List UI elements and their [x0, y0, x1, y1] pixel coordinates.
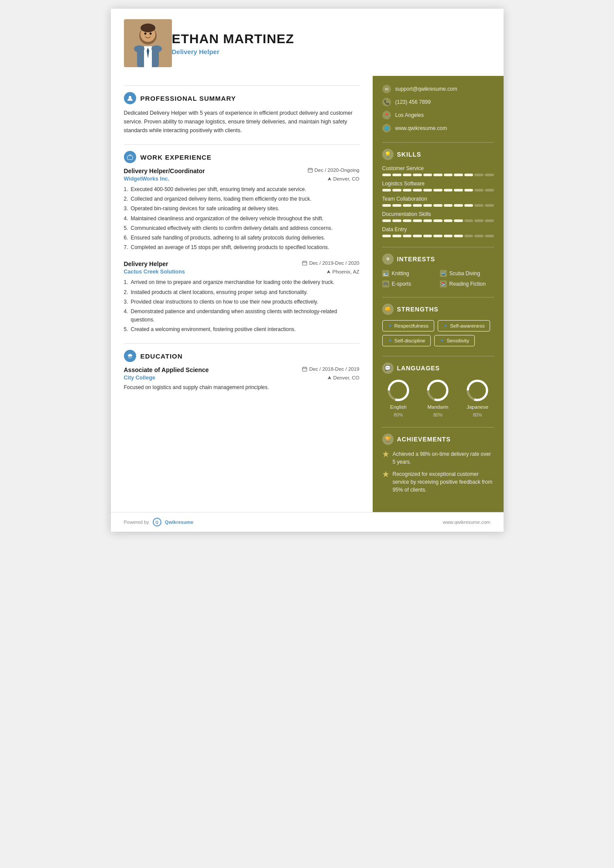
edu-1-meta: City College Denver, CO [124, 375, 360, 381]
skill-item: Data Entry [382, 226, 494, 237]
header-info: ETHAN MARTINEZ Delivery Helper [172, 31, 295, 55]
svg-point-9 [151, 45, 162, 52]
job-1-title: Delivery Helper/Coordinator [124, 167, 205, 174]
svg-marker-39 [383, 471, 389, 477]
skill-item: Logistics Software [382, 181, 494, 191]
skill-name: Customer Service [382, 165, 494, 171]
interest-icon: 🎮 [382, 280, 389, 287]
skill-name: Team Collaboration [382, 196, 494, 202]
languages-icon: 💬 [382, 362, 394, 374]
list-item: 6.Ensured safe handling of products, adh… [124, 234, 360, 242]
skill-item: Team Collaboration [382, 196, 494, 207]
svg-point-37 [471, 384, 484, 396]
skills-section: 💡 SKILLS Customer Service Logistics Soft… [382, 149, 494, 237]
strength-star-icon: ✦ [388, 323, 392, 329]
resume-name: ETHAN MARTINEZ [172, 31, 295, 46]
list-item: 3.Operated bin-raising devices for safe … [124, 205, 360, 213]
list-item: 1.Arrived on time to prepare and organiz… [124, 278, 360, 287]
skills-icon: 💡 [382, 149, 394, 160]
summary-title: PROFESSIONAL SUMMARY [141, 95, 236, 102]
edu-date: Dec / 2018-Dec / 2019 [302, 366, 359, 372]
svg-marker-23 [327, 270, 330, 273]
interests-icon: ✈ [382, 253, 394, 265]
achievement-item: Recognized for exceptional customer serv… [382, 470, 494, 494]
list-item: 1.Executed 400-500 deliveries per shift,… [124, 185, 360, 194]
job-2-title: Delivery Helper [124, 260, 168, 267]
skill-name: Data Entry [382, 226, 494, 232]
summary-text: Dedicated Delivery Helper with 5 years o… [124, 109, 360, 135]
language-name: Mandarin [428, 404, 449, 410]
achievement-item: Achieved a 98% on-time delivery rate ove… [382, 450, 494, 466]
strength-badge: ✦ Sensitivity [434, 335, 475, 346]
job-2-meta: Cactus Creek Solutions Phoenix, AZ [124, 269, 360, 275]
list-item: 2.Collected and organized delivery items… [124, 195, 360, 203]
languages-title: LANGUAGES [397, 365, 440, 372]
strength-badge: ✦ Self-discipline [382, 335, 431, 346]
work-icon [124, 151, 136, 163]
edu-school: City College [124, 375, 155, 381]
list-item: 4.Maintained cleanliness and organizatio… [124, 215, 360, 223]
job-2-header: Delivery Helper Dec / 2019-Dec / 2020 [124, 260, 360, 267]
svg-rect-24 [302, 367, 307, 371]
language-item: Mandarin 80% [426, 379, 449, 417]
job-1-duties: 1.Executed 400-500 deliveries per shift,… [124, 185, 360, 252]
work-header: WORK EXPERIENCE [124, 151, 360, 163]
language-pct: 80% [394, 412, 403, 417]
achievement-star-icon [382, 471, 389, 480]
footer-website: www.qwikresume.com [443, 519, 491, 525]
summary-icon [124, 92, 136, 104]
languages-section: 💬 LANGUAGES English 80% [382, 362, 494, 417]
education-section: EDUCATION Associate of Applied Science D… [124, 343, 360, 390]
education-header: EDUCATION [124, 350, 360, 362]
svg-rect-13 [127, 156, 133, 160]
list-item: 2.Installed products at client locations… [124, 288, 360, 297]
language-circle [466, 379, 489, 402]
interests-grid: 🎿 Knitting 🤿 Scuba Diving 🎮 E-sports 📚 R… [382, 270, 494, 287]
strengths-header: 👊 STRENGTHS [382, 304, 494, 315]
svg-marker-38 [383, 451, 389, 457]
contact-location: 📍 Los Angeles [382, 111, 494, 120]
language-circle [387, 379, 410, 402]
language-pct: 80% [433, 412, 442, 417]
job-1-header: Delivery Helper/Coordinator Dec / 2020-O… [124, 167, 360, 174]
footer-left: Powered by Q Qwikresume [124, 518, 194, 526]
interests-title: INTERESTS [397, 256, 436, 263]
phone-icon: 📞 [382, 98, 391, 106]
svg-point-8 [134, 45, 144, 52]
resume-subtitle: Delivery Helper [172, 48, 295, 55]
left-column: PROFESSIONAL SUMMARY Dedicated Delivery … [111, 76, 373, 512]
job-1-date: Dec / 2020-Ongoing [308, 167, 360, 173]
resume-header: ETHAN MARTINEZ Delivery Helper [111, 9, 504, 76]
strength-badge: ✦ Respectfulness [382, 320, 435, 331]
resume-container: ETHAN MARTINEZ Delivery Helper PROFESSIO… [111, 9, 504, 532]
job-1-company: WidgetWorks Inc. [124, 176, 170, 182]
work-experience-section: WORK EXPERIENCE Delivery Helper/Coordina… [124, 144, 360, 334]
skills-title: SKILLS [397, 151, 422, 158]
svg-point-11 [149, 33, 151, 35]
strength-star-icon: ✦ [443, 323, 448, 329]
strengths-grid: ✦ Respectfulness ✦ Self-awareness ✦ Self… [382, 320, 494, 346]
education-title: EDUCATION [141, 352, 183, 360]
powered-by-label: Powered by [124, 519, 149, 525]
website-icon: 🌐 [382, 124, 391, 133]
skill-bar [382, 174, 494, 176]
svg-marker-18 [328, 177, 331, 181]
achievements-icon: 🏆 [382, 434, 394, 445]
summary-section: PROFESSIONAL SUMMARY Dedicated Delivery … [124, 85, 360, 135]
interests-section: ✈ INTERESTS 🎿 Knitting 🤿 Scuba Diving 🎮 … [382, 253, 494, 287]
interest-item: 🎿 Knitting [382, 270, 436, 277]
education-icon [124, 350, 136, 362]
languages-row: English 80% Mandarin 80% [382, 379, 494, 417]
svg-point-31 [392, 384, 405, 396]
interest-icon: 🎿 [382, 270, 389, 277]
languages-header: 💬 LANGUAGES [382, 362, 494, 374]
skills-header: 💡 SKILLS [382, 149, 494, 160]
job-2-duties: 1.Arrived on time to prepare and organiz… [124, 278, 360, 334]
achievements-title: ACHIEVEMENTS [397, 436, 451, 443]
svg-marker-28 [328, 376, 331, 379]
resume-footer: Powered by Q Qwikresume www.qwikresume.c… [111, 512, 504, 532]
strength-badge: ✦ Self-awareness [438, 320, 490, 331]
svg-point-34 [432, 384, 444, 396]
job-2-company: Cactus Creek Solutions [124, 269, 185, 275]
edu-1-header: Associate of Applied Science Dec / 2018-… [124, 366, 360, 373]
